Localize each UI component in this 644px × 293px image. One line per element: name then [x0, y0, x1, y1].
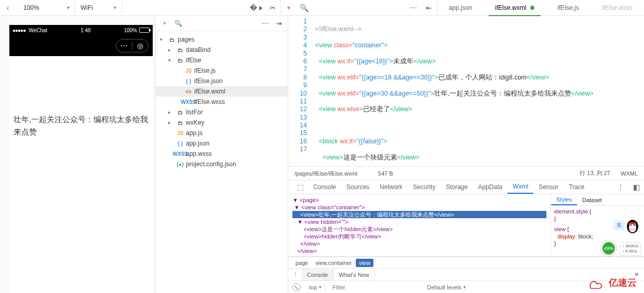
status-lang: WXML: [621, 170, 638, 177]
folder-ifelse[interactable]: ▾🗀ifElse: [156, 55, 288, 65]
svg-rect-6: [629, 222, 636, 224]
zoom-selector[interactable]: 100% ▾: [18, 0, 75, 15]
simulator-pane: ●●●●● WeChat 1:48 100% ⋯ ◎ 壮年,一起关注公众号：编程…: [0, 16, 156, 293]
devtools-more-icon[interactable]: ⋮: [613, 179, 628, 195]
capsule-more-button[interactable]: ⋯: [116, 42, 132, 50]
bottom-menu-icon[interactable]: ⋮: [288, 271, 302, 278]
tab-ifelse-wxml[interactable]: ifElse.wxml: [484, 0, 546, 16]
capsule-close-button[interactable]: ◎: [132, 42, 148, 50]
context-selector[interactable]: top▾: [306, 283, 325, 291]
inspect-icon[interactable]: ⬚: [292, 179, 308, 195]
phone-status-bar: ●●●●● WeChat 1:48 100%: [9, 25, 153, 35]
search-files-button[interactable]: 🔍: [173, 16, 183, 31]
svg-point-4: [630, 224, 632, 226]
carrier-label: WeChat: [29, 28, 47, 33]
status-size: 547 B: [378, 170, 393, 177]
more-icon[interactable]: ⋯: [406, 0, 421, 16]
folder-databind[interactable]: ▸🗀dataBind: [156, 45, 288, 55]
chevron-down-icon: ▾: [67, 5, 70, 10]
file-app-js[interactable]: JSapp.js: [156, 128, 288, 138]
dt-trace[interactable]: Trace: [564, 180, 589, 194]
filter-input[interactable]: [330, 283, 419, 291]
dom-breadcrumb: page view.container view: [288, 257, 644, 268]
dt-wxml[interactable]: Wxml: [507, 180, 533, 194]
tab-ifelse-js[interactable]: ifElse.js: [546, 0, 590, 16]
dt-network[interactable]: Network: [374, 180, 408, 194]
tab-ifelse-wxss[interactable]: ifElse.wxss: [591, 0, 644, 16]
dt-appdata[interactable]: AppData: [473, 180, 507, 194]
network-speed-badge: ↑ 362K/s↓ 9.5K/s: [620, 242, 641, 256]
file-app-wxss[interactable]: WXSSapp.wxss: [156, 149, 288, 159]
status-path: /pages/ifElse/ifElse.wxml: [294, 170, 357, 177]
file-project-config[interactable]: {●}project.config.json: [156, 159, 288, 169]
battery-label: 100%: [124, 28, 137, 33]
mute-icon[interactable]: �﻿🕨: [249, 0, 265, 16]
dt-sensor[interactable]: Sensor: [533, 180, 564, 194]
chevron-down-icon: ▾: [114, 5, 116, 10]
dataset-tab[interactable]: Dataset: [577, 194, 607, 205]
file-app-json[interactable]: { }app.json: [156, 138, 288, 149]
dt-console[interactable]: Console: [308, 180, 341, 194]
cut-icon[interactable]: ✂: [265, 0, 280, 16]
dt-security[interactable]: Security: [408, 180, 440, 194]
line-gutter: 1234567891011121314151617: [288, 16, 312, 166]
modified-dot-icon: [530, 6, 534, 10]
file-ifelse-wxml[interactable]: <>ifElse.wxml: [156, 86, 288, 97]
progress-badge: 49%: [601, 241, 616, 256]
chevron-left-icon[interactable]: ‹: [0, 0, 16, 16]
file-ifelse-json[interactable]: { }ifElse.json: [156, 76, 288, 86]
dt-sources[interactable]: Sources: [341, 180, 374, 194]
battery-icon: [139, 28, 150, 33]
collapse-tree-icon[interactable]: ⇥: [274, 16, 284, 31]
folder-pages[interactable]: ▾🗀pages: [156, 34, 288, 45]
phone-frame: ●●●●● WeChat 1:48 100% ⋯ ◎ 壮年,一起关注公众号：编程…: [9, 25, 153, 293]
layout-icon[interactable]: ⇤: [421, 0, 437, 16]
folder-wxkey[interactable]: ▸🗀wxKey: [156, 117, 288, 128]
network-selector[interactable]: WiFi ▾: [75, 0, 122, 15]
capsule-menu: ⋯ ◎: [116, 39, 149, 52]
file-ifelse-wxss[interactable]: WXSSifElse.wxss: [156, 97, 288, 107]
file-tree-pane: ＋ 🔍 ⋯ ⇥ ▾🗀pages ▸🗀dataBind ▾🗀ifElse JSif…: [156, 16, 288, 293]
phone-page-body: 壮年,一起关注公众号：编程坑太多给我来点赞: [9, 56, 153, 293]
zoom-value: 100%: [23, 4, 67, 11]
signal-icon: ●●●●●: [12, 28, 25, 33]
tab-app-json[interactable]: app.json: [437, 0, 484, 16]
file-tree: ▾🗀pages ▸🗀dataBind ▾🗀ifElse JSifElse.js …: [156, 31, 288, 172]
clear-console-icon[interactable]: [292, 283, 301, 291]
add-tab-button[interactable]: ＋: [281, 0, 297, 16]
selected-dom-node[interactable]: <view>壮年,一起关注公众号：编程坑太多给我来点赞</view>: [292, 211, 546, 218]
editor-status-bar: /pages/ifElse/ifElse.wxml 547 B 行 13, 列 …: [288, 166, 644, 180]
bc-view[interactable]: view: [356, 259, 373, 267]
wxml-dom-pane[interactable]: ▼ <page> ▼ <view class="container"> <vie…: [288, 194, 551, 256]
bc-container[interactable]: view.container: [312, 259, 355, 267]
whatsnew-tab[interactable]: What's New: [333, 269, 374, 281]
dt-storage[interactable]: Storage: [440, 180, 473, 194]
console-tab[interactable]: Console: [302, 269, 333, 281]
top-toolbar: ‹ 100% ▾ WiFi ▾ �﻿🕨 ✂ ＋ 🔍 ⋯ ⇤ app.json i…: [0, 0, 644, 16]
search-icon[interactable]: 🔍: [297, 0, 312, 16]
code-body[interactable]: <!ifElse.wxml--> <view class="container"…: [312, 16, 644, 166]
phone-nav-bar: ⋯ ◎: [9, 35, 153, 56]
folder-listfor[interactable]: ▸🗀listFor: [156, 107, 288, 117]
network-value: WiFi: [81, 4, 114, 11]
add-file-button[interactable]: ＋: [160, 16, 169, 31]
bc-page[interactable]: page: [292, 259, 311, 267]
status-cursor: 行 13, 列 27: [580, 169, 610, 177]
code-editor[interactable]: 1234567891011121314151617 <!ifElse.wxml-…: [288, 16, 644, 166]
lang-badge: 英: [614, 221, 624, 230]
styles-tab[interactable]: Styles: [551, 194, 577, 205]
tree-more-icon[interactable]: ⋯: [261, 16, 270, 31]
devtools-dock-icon[interactable]: ◧: [628, 179, 644, 195]
svg-point-5: [634, 224, 635, 226]
file-ifelse-js[interactable]: JSifElse.js: [156, 65, 288, 76]
devtools-tab-bar: ⬚ Console Sources Network Security Stora…: [288, 180, 644, 194]
qq-icon[interactable]: [623, 218, 642, 237]
levels-selector[interactable]: Default levels▾: [424, 283, 469, 291]
page-text: 壮年,一起关注公众号：编程坑太多给我来点赞: [14, 113, 149, 138]
time-label: 1:48: [47, 28, 124, 33]
brand-logo: 亿速云: [586, 276, 637, 289]
